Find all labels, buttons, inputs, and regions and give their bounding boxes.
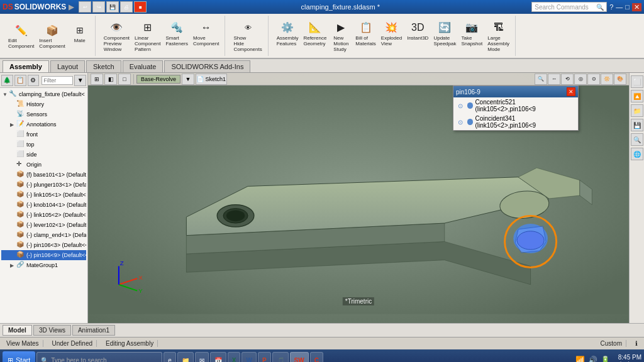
tree-item-base101[interactable]: 📦 (f) base101<1> (Default<<	[1, 170, 86, 180]
pin-popup-close-btn[interactable]: ✕	[567, 87, 575, 96]
taskbar-mail[interactable]: ✉	[195, 352, 209, 362]
vp-tb-1[interactable]: 🔍	[535, 74, 547, 85]
close-btn[interactable]: ✕	[632, 3, 641, 11]
filter-icon[interactable]: ▼	[74, 75, 86, 86]
edit-component-btn[interactable]: ✏️ EditComponent	[6, 21, 36, 50]
tree-item-annotations[interactable]: ▶ 📝 Annotations	[1, 119, 86, 129]
taskbar-music[interactable]: 🎵	[272, 352, 289, 362]
rt-btn-5[interactable]: 🔍	[631, 133, 643, 146]
clock-date[interactable]: 8:45 PM 10/15/2019	[613, 354, 641, 363]
bom-btn[interactable]: 📋 Bill ofMaterials	[353, 19, 377, 53]
minimize-btn[interactable]: —	[616, 3, 623, 11]
section-view-btn[interactable]: ◧	[104, 74, 117, 85]
linear-pattern-btn[interactable]: ⊞ LinearComponentPattern	[133, 19, 162, 53]
start-button[interactable]: ⊞ Start	[3, 351, 35, 362]
help-icon[interactable]: ?	[609, 3, 613, 11]
taskbar-search[interactable]: 🔍 Type here to search	[36, 352, 162, 362]
vp-tb-7[interactable]: 🎨	[614, 74, 626, 85]
btab-animation1[interactable]: Animation1	[72, 325, 115, 336]
tab-addins[interactable]: SOLIDWORKS Add-Ins	[164, 60, 250, 72]
vp-tb-5[interactable]: ⊙	[587, 74, 600, 85]
property-manager-btn[interactable]: 📋	[14, 75, 26, 86]
snapshot-btn[interactable]: 📷 TakeSnapshot	[459, 19, 484, 53]
tray-network-icon[interactable]: 📶	[575, 355, 586, 362]
undo-btn[interactable]: ↩	[79, 1, 91, 13]
tree-item-front[interactable]: ⬜ front	[1, 129, 86, 140]
3d-viewport[interactable]: ⊞ ◧ □ Base-Revolve ▼ 📄 Sketch1 🔍 ↔ ⟲ ◎ ⊙…	[88, 73, 629, 323]
exploded-view-btn[interactable]: 💥 ExplodedView	[379, 19, 404, 53]
tree-item-sensors[interactable]: 📡 Sensors	[1, 109, 86, 119]
tray-volume-icon[interactable]: 🔊	[588, 355, 598, 362]
tree-item-link105-1[interactable]: 📦 (-) link105<1> (Default<<	[1, 190, 86, 200]
tree-item-pin106-3[interactable]: 📦 (-) pin106<3> (Default<<E	[1, 240, 86, 250]
tree-item-knob104[interactable]: 📦 (-) knob104<1> (Default<<	[1, 200, 86, 210]
btab-3dviews[interactable]: 3D Views	[33, 325, 71, 336]
new-motion-btn[interactable]: ▶ NewMotionStudy	[330, 19, 352, 53]
tree-item-clamp-end[interactable]: 📦 (-) clamp_end<1> (Default<<	[1, 230, 86, 240]
tree-item-pin106-9[interactable]: 📦 (-) pin106<9> (Default<<E	[1, 250, 86, 260]
tree-item-origin[interactable]: ✛ Origin	[1, 160, 86, 170]
smart-fasteners-btn[interactable]: 🔩 SmartFasteners	[164, 19, 190, 53]
reference-geometry-label: ReferenceGeometry	[303, 35, 326, 47]
tree-item-side[interactable]: ⬜ side	[1, 150, 86, 160]
rt-btn-1[interactable]: ⬜	[631, 75, 643, 88]
tree-item-history[interactable]: 📜 History	[1, 99, 86, 109]
popup-item-concentric[interactable]: ⊙ Concentric521 (link105<2>,pin106<9	[453, 97, 578, 114]
taskbar-calendar[interactable]: 📅	[210, 352, 226, 362]
save-btn[interactable]: 💾	[106, 1, 119, 13]
tree-filter-input[interactable]	[42, 76, 73, 85]
configuration-btn[interactable]: ⚙	[28, 75, 40, 86]
taskbar-powerpoint[interactable]: P	[258, 352, 271, 362]
main-toolbar: ✏️ EditComponent 📦 InsertComponent ⊞ Mat…	[0, 14, 644, 59]
print-btn[interactable]: 🖨	[120, 1, 133, 13]
display-style-btn[interactable]: □	[118, 74, 131, 85]
rt-btn-3[interactable]: 📁	[631, 104, 643, 117]
stop-btn[interactable]: ■	[134, 1, 147, 13]
taskbar-app-c[interactable]: C	[310, 352, 323, 362]
taskbar-edge[interactable]: e	[164, 352, 176, 362]
vp-tb-2[interactable]: ↔	[548, 74, 560, 85]
reference-geometry-btn[interactable]: 📐 ReferenceGeometry	[301, 19, 328, 53]
sketch1-btn[interactable]: 📄 Sketch1	[196, 74, 227, 85]
view-orient-btn[interactable]: ⊞	[91, 74, 103, 85]
assembly-features-btn[interactable]: ⚙️ AssemblyFeatures	[275, 19, 301, 53]
maximize-btn[interactable]: □	[625, 3, 630, 11]
tree-item-lever102[interactable]: 📦 (-) lever102<1> (Default<<	[1, 220, 86, 230]
taskbar-solidworks[interactable]: SW	[290, 352, 309, 362]
mate-btn[interactable]: ⊞ Mate	[69, 21, 91, 50]
taskbar-word[interactable]: W	[242, 352, 256, 362]
btab-model[interactable]: Model	[3, 325, 32, 336]
base-revolve-dropdown[interactable]: ▼	[182, 74, 194, 85]
large-assembly-btn[interactable]: 🏗 LargeAssemblyMode	[486, 19, 511, 53]
tray-battery-icon[interactable]: 🔋	[601, 355, 611, 362]
tree-item-top[interactable]: ⬜ top	[1, 140, 86, 150]
main-area: 🌲 📋 ⚙ ▼ ▼ 🔧 clamping_fixture (Default<Di…	[0, 73, 644, 323]
taskbar-explorer[interactable]: 📁	[177, 352, 194, 362]
tree-item-link105-2[interactable]: 📦 (-) link105<2> (Default<<	[1, 210, 86, 220]
tab-sketch[interactable]: Sketch	[86, 60, 121, 72]
tree-item-root[interactable]: ▼ 🔧 clamping_fixture (Default<Di	[1, 89, 86, 99]
insert-btn[interactable]: 📦 InsertComponent	[37, 21, 67, 50]
show-hide-btn[interactable]: 👁 ShowHideComponents	[231, 19, 264, 53]
vp-tb-3[interactable]: ⟲	[561, 74, 574, 85]
command-search[interactable]: Search Commands 🔍	[531, 2, 607, 12]
instant3d-btn[interactable]: 3D Instant3D	[405, 19, 430, 53]
tab-layout[interactable]: Layout	[50, 60, 85, 72]
feature-tree-btn[interactable]: 🌲	[1, 75, 13, 86]
tab-assembly[interactable]: Assembly	[3, 60, 49, 72]
component-preview-btn[interactable]: 👁️ ComponentPreviewWindow	[102, 19, 131, 53]
rt-btn-2[interactable]: 🔼	[631, 90, 643, 102]
update-speedpak-btn[interactable]: 🔄 UpdateSpeedpak	[431, 19, 458, 53]
popup-item-coincident[interactable]: ⊙ Coincident341 (link105<2>,pin106<9	[453, 114, 578, 130]
taskbar-excel[interactable]: X	[228, 352, 241, 362]
tab-evaluate[interactable]: Evaluate	[123, 60, 164, 72]
vp-tb-6[interactable]: 🔆	[601, 74, 613, 85]
rt-btn-6[interactable]: 🌐	[631, 148, 643, 160]
tree-item-plunger103[interactable]: 📦 (-) plunger103<1> (Default	[1, 180, 86, 190]
rt-btn-4[interactable]: 💾	[631, 119, 643, 131]
toolbar-group-component: 👁️ ComponentPreviewWindow ⊞ LinearCompon…	[98, 16, 226, 56]
move-component-btn[interactable]: ↔️ MoveComponent	[191, 19, 221, 53]
vp-tb-4[interactable]: ◎	[574, 74, 587, 85]
tree-item-mategroup1[interactable]: ▶ 🔗 MateGroup1	[1, 260, 86, 270]
redo-btn[interactable]: ↪	[92, 1, 105, 13]
